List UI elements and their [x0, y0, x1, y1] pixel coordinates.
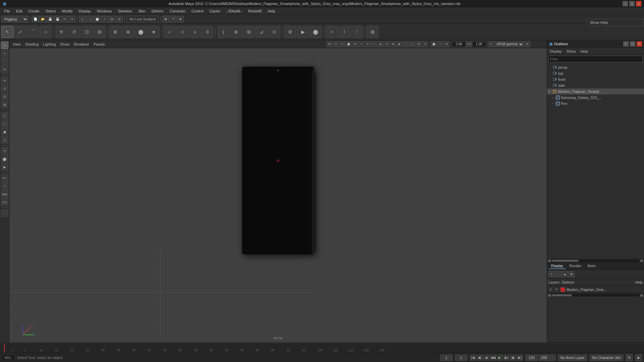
vp-icon-20[interactable]: ⟷ [466, 41, 472, 47]
undo-btn[interactable]: ↩ [61, 16, 68, 22]
minimize-button[interactable]: ─ [623, 1, 628, 6]
menu-item-edit[interactable]: Edit [13, 8, 25, 14]
menu-item-skeleton[interactable]: Skeleton [115, 8, 135, 14]
pb-go-end-btn[interactable]: ▶| [517, 355, 523, 361]
vp-icon-14[interactable]: ◻ [409, 41, 415, 47]
layer-scroll-right-btn[interactable]: ▸ [640, 294, 643, 297]
more-btn-left[interactable]: ⋯ [1, 209, 8, 217]
mode-dropdown[interactable]: Rigging [1, 16, 28, 22]
layers-btn-left[interactable]: ≡≡ [1, 174, 8, 182]
frame-end-input[interactable] [526, 355, 538, 361]
marquee-btn[interactable]: ⤢ [14, 26, 26, 38]
panels-menu-btn[interactable]: Panels [92, 42, 107, 47]
vp-icon-12[interactable]: ▶ [396, 41, 402, 47]
menu-item-create[interactable]: Create [26, 8, 42, 14]
lighting-menu-btn[interactable]: Lighting [41, 42, 58, 47]
anim-btn-left[interactable]: ⌇⌇ [1, 182, 8, 190]
menu-item-skin[interactable]: Skin [136, 8, 148, 14]
edge-btn-left[interactable]: ◼ [1, 128, 8, 135]
reference-btn[interactable]: ⊠ [367, 26, 379, 38]
tree-item-modern[interactable]: ▾ Modern_Flagman_Smartp... [547, 88, 644, 95]
soft-btn[interactable]: ○ [101, 16, 108, 22]
vp-icon-16[interactable]: ⊙ [422, 41, 428, 47]
snap-grid-btn[interactable]: ⊞ [243, 26, 255, 38]
paint2-btn-left[interactable]: ⬤ [1, 155, 8, 163]
bottom-tab-display[interactable]: Display [548, 263, 566, 269]
ik-handle-btn[interactable]: ⌐ [163, 26, 175, 38]
redo-btn[interactable]: ↪ [69, 16, 75, 22]
layers-remove-btn[interactable]: − [555, 271, 561, 277]
ik-spline-btn[interactable]: ⌑ [176, 26, 188, 38]
timeline-area[interactable]: 1510152025303540455055606570758085909510… [0, 343, 644, 353]
move-tool-btn[interactable]: ✛ [55, 26, 67, 38]
menu-item-windows[interactable]: Windows [94, 8, 115, 14]
menu-item-modify[interactable]: Modify [59, 8, 75, 14]
pb-next-frame-btn[interactable]: |▶ [510, 355, 516, 361]
layer-row[interactable]: V P Modern_Flagman_Sma... [547, 286, 644, 293]
anim-layer-box[interactable]: No Anim Layer [558, 355, 587, 361]
component-btn-left[interactable]: ⬡ [1, 112, 8, 119]
select-btn-left[interactable]: ↖ [1, 42, 8, 49]
pb-prev-key-btn[interactable]: ◀ [483, 355, 489, 361]
menu-item-deform[interactable]: Deform [149, 8, 166, 14]
move-btn-left[interactable]: ✛ [1, 77, 8, 84]
layer-scroll-left-btn[interactable]: ◂ [548, 294, 551, 297]
snap-live-btn[interactable]: ⊙ [268, 26, 280, 38]
menu-item-select[interactable]: Select [43, 8, 59, 14]
outliner-minimize-btn[interactable]: ─ [623, 41, 629, 47]
vp-icon-10[interactable]: ⊡ [384, 41, 390, 47]
lasso-tool-btn[interactable]: ⌒ [27, 26, 39, 38]
cluster-btn[interactable]: ★ [148, 26, 160, 38]
shading-menu-btn[interactable]: Shading [23, 42, 41, 47]
view-menu-btn[interactable]: View [11, 42, 23, 47]
trax-editor-btn[interactable]: ⋮ [351, 26, 363, 38]
vp-icon-17[interactable]: ⬤ [431, 41, 437, 47]
attr-btn-left[interactable]: ⊡⊡ [1, 198, 8, 206]
vp-icon-3[interactable]: ⊙ [339, 41, 345, 47]
snap-curve-btn[interactable]: ⌊ [217, 26, 229, 38]
timeline-playhead[interactable] [4, 344, 5, 353]
jiggle-btn[interactable]: ⊕ [122, 26, 134, 38]
pb-go-start-btn[interactable]: |◀ [470, 355, 476, 361]
renderer-menu-btn[interactable]: Renderer [72, 42, 91, 47]
pb-play-btn[interactable]: ▶ [497, 355, 503, 361]
menu-item-redshift[interactable]: Redshift [246, 8, 264, 14]
scroll-right-btn[interactable]: ▸ [640, 259, 643, 262]
vp-icon-9[interactable]: ◈ [377, 41, 383, 47]
layers-move-up-btn[interactable]: ▲ [562, 271, 568, 277]
char-set-box[interactable]: No Character Set [590, 355, 623, 361]
vp-icon-7[interactable]: ✛ [365, 41, 371, 47]
show-menu-btn[interactable]: Show [58, 42, 72, 47]
new-file-btn[interactable]: 📄 [32, 16, 39, 22]
vp-icon-13[interactable]: ⬛ [403, 41, 409, 47]
tree-item-side[interactable]: side [547, 82, 644, 88]
close-button[interactable]: ✕ [636, 1, 641, 6]
layer-color-swatch[interactable] [560, 287, 565, 292]
outliner-tab-display[interactable]: Display [548, 49, 563, 54]
scale-tool-btn[interactable]: ⊡ [81, 26, 93, 38]
layers-move-down-btn[interactable]: ▼ [569, 271, 575, 277]
menu-item-dtoall[interactable]: –3DtoAll– [223, 8, 245, 14]
frame-start-input[interactable] [440, 355, 452, 361]
menu-item-cache[interactable]: Cache [207, 8, 223, 14]
vp-icon-4[interactable]: ⬤ [345, 41, 352, 47]
vp-icon-2[interactable]: ⬡ [333, 41, 339, 47]
menu-item-control[interactable]: Control [189, 8, 206, 14]
rotate-btn-left[interactable]: ↺ [1, 85, 8, 92]
outliner-close-btn[interactable]: ✕ [637, 41, 642, 47]
hypershade-btn[interactable]: ⟡ [325, 26, 337, 38]
vp-icon-5[interactable]: ⊕ [352, 41, 358, 47]
select-btn[interactable]: ⊹ [79, 16, 86, 22]
show-manip-btn[interactable]: ⍟ [189, 26, 201, 38]
pencil-btn-left[interactable]: ✏ [1, 66, 8, 73]
render-btn[interactable]: ▶ [297, 26, 309, 38]
curve-btn-left[interactable]: ⌒ [1, 58, 8, 65]
menu-item-help[interactable]: Help [265, 8, 278, 14]
vp-icon-8[interactable]: ⊹ [371, 41, 377, 47]
sculpt-btn-left[interactable]: ⊙ [1, 147, 8, 155]
open-file-btn[interactable]: 📂 [39, 16, 46, 22]
vertex-btn-left[interactable]: ⬛ [1, 120, 8, 127]
value2-input[interactable] [472, 42, 486, 47]
char-set-arrow-btn[interactable]: ▶ [635, 354, 642, 361]
sculpt-geo-btn[interactable]: ⬤ [135, 26, 147, 38]
